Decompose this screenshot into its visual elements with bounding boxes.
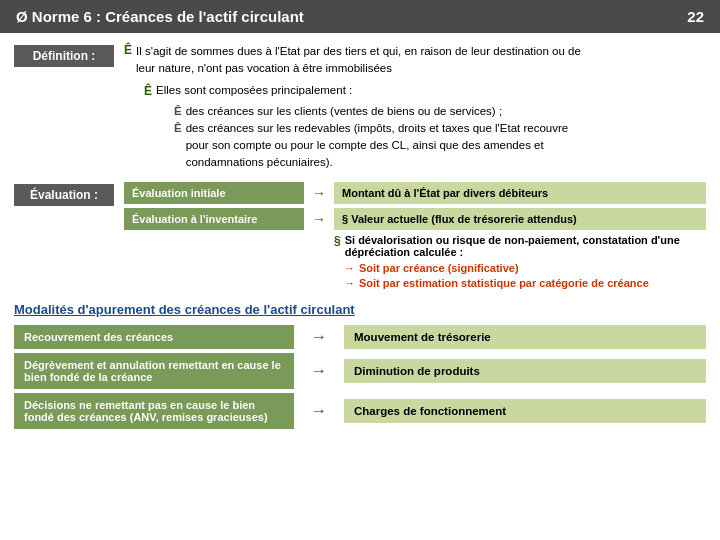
composed-arrow: Ê xyxy=(144,84,152,98)
definition-section: Définition : Ê Il s'agit de sommes dues … xyxy=(14,43,706,176)
eval-sub3: → Soit par estimation statistique par ca… xyxy=(344,277,706,289)
sub3-arrow: → xyxy=(344,277,355,289)
modalite-row: Dégrèvement et annulation remettant en c… xyxy=(14,353,706,389)
definition-content: Ê Il s'agit de sommes dues à l'Etat par … xyxy=(124,43,706,176)
evaluation-label: Évaluation : xyxy=(14,184,114,206)
bullet-item-2: Ê des créances sur les redevables (impôt… xyxy=(174,120,706,172)
definition-label: Définition : xyxy=(14,45,114,67)
modalite-arrow-1: → xyxy=(294,362,344,380)
eval-inventory-right: § Valeur actuelle (flux de trésorerie at… xyxy=(334,208,706,230)
modalite-arrow-0: → xyxy=(294,328,344,346)
modalite-row: Recouvrement des créances → Mouvement de… xyxy=(14,325,706,349)
eval-inventory-left: Évaluation à l'inventaire xyxy=(124,208,304,230)
modalite-left-1: Dégrèvement et annulation remettant en c… xyxy=(14,353,294,389)
eval-inventory-row: Évaluation à l'inventaire → § Valeur act… xyxy=(124,208,706,230)
composed-title: Elles sont composées principalement : xyxy=(156,84,352,96)
modalites-section: Modalités d'apurement des créances de l'… xyxy=(14,302,706,429)
modalite-right-2: Charges de fonctionnement xyxy=(344,399,706,423)
bullet-arrow-2: Ê xyxy=(174,120,182,137)
bullet-arrow-1: Ê xyxy=(174,103,182,120)
eval-arrow-2: → xyxy=(304,208,334,230)
eval-arrow-1: → xyxy=(304,182,334,204)
eval-sub2: → Soit par créance (significative) xyxy=(344,262,706,274)
def-arrow-1: Ê xyxy=(124,43,132,57)
header: Ø Norme 6 : Créances de l'actif circulan… xyxy=(0,0,720,33)
header-title: Ø Norme 6 : Créances de l'actif circulan… xyxy=(16,8,304,25)
modalite-right-1: Diminution de produits xyxy=(344,359,706,383)
header-number: 22 xyxy=(687,8,704,25)
modalites-rows: Recouvrement des créances → Mouvement de… xyxy=(14,325,706,429)
modalite-row: Décisions ne remettant pas en cause le b… xyxy=(14,393,706,429)
evaluation-section: Évaluation : Évaluation initiale → Monta… xyxy=(14,182,706,292)
sub2-arrow: → xyxy=(344,262,355,274)
eval-initial-row: Évaluation initiale → Montant dû à l'Éta… xyxy=(124,182,706,204)
modalite-right-0: Mouvement de trésorerie xyxy=(344,325,706,349)
modalites-title: Modalités d'apurement des créances de l'… xyxy=(14,302,706,317)
modalite-left-2: Décisions ne remettant pas en cause le b… xyxy=(14,393,294,429)
bullet-item-1: Ê des créances sur les clients (ventes d… xyxy=(174,103,706,120)
eval-initial-left: Évaluation initiale xyxy=(124,182,304,204)
modalite-arrow-2: → xyxy=(294,402,344,420)
definition-text: Il s'agit de sommes dues à l'Etat par de… xyxy=(136,43,581,78)
evaluation-content: Évaluation initiale → Montant dû à l'Éta… xyxy=(124,182,706,292)
modalite-left-0: Recouvrement des créances xyxy=(14,325,294,349)
eval-sub1: § Si dévalorisation ou risque de non-pai… xyxy=(334,234,706,258)
sub1-arrow: § xyxy=(334,234,341,248)
eval-initial-right: Montant dû à l'État par divers débiteurs xyxy=(334,182,706,204)
